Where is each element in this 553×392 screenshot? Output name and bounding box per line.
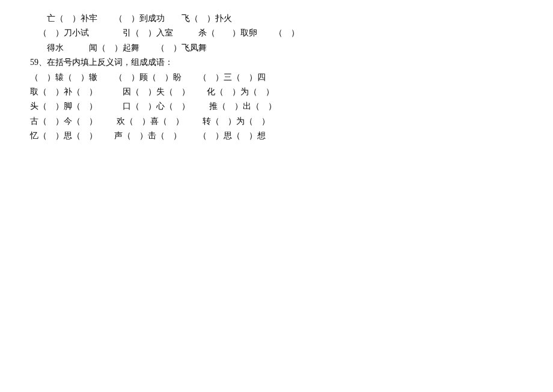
document-content: 亡（ ）补牢 （ ）到成功 飞（ ）扑火 （ ）刀小试 引（ ）入室 杀（ ）取… — [30, 12, 523, 143]
text-line: 亡（ ）补牢 （ ）到成功 飞（ ）扑火 — [30, 12, 523, 25]
text-line: 忆（ ）思（ ） 声（ ）击（ ） （ ）思（ ）想 — [30, 129, 523, 142]
text-line: 头（ ）脚（ ） 口（ ）心（ ） 推（ ）出（ ） — [30, 100, 523, 113]
text-line: 取（ ）补（ ） 因（ ）失（ ） 化（ ）为（ ） — [30, 85, 523, 99]
text-line: 59、在括号内填上反义词，组成成语： — [30, 56, 523, 69]
text-line: （ ）辕（ ）辙 （ ）顾（ ）盼 （ ）三（ ）四 — [30, 71, 523, 84]
text-line: （ ）刀小试 引（ ）入室 杀（ ）取卵 （ ） — [30, 26, 523, 40]
text-line: 古（ ）今（ ） 欢（ ）喜（ ） 转（ ）为（ ） — [30, 115, 523, 128]
text-line: 得水 闻（ ）起舞 （ ）飞凤舞 — [30, 41, 523, 55]
